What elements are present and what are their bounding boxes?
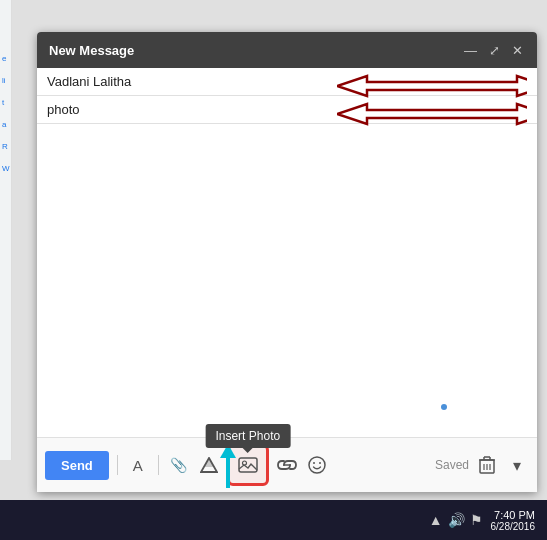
photo-icon: [238, 456, 258, 474]
toolbar-separator-2: [158, 455, 159, 475]
left-sidebar-strip: elitaRW: [0, 0, 12, 460]
minimize-button[interactable]: —: [462, 43, 479, 58]
compose-footer: Send A 📎: [37, 437, 537, 492]
taskbar: ▲ 🔊 ⚑ 7:40 PM 6/28/2016: [0, 500, 547, 540]
svg-point-7: [309, 457, 325, 473]
svg-rect-4: [239, 458, 257, 472]
close-button[interactable]: ✕: [510, 43, 525, 58]
send-button[interactable]: Send: [45, 451, 109, 480]
taskbar-time-value: 7:40 PM: [491, 509, 536, 521]
svg-point-8: [313, 462, 315, 464]
compose-title: New Message: [49, 43, 134, 58]
drive-icon: [200, 457, 218, 473]
cyan-arrow-line: [226, 458, 230, 488]
attach-button[interactable]: 📎: [167, 453, 191, 477]
taskbar-date-value: 6/28/2016: [491, 521, 536, 532]
cyan-arrow-annotation: [220, 444, 236, 488]
compose-header: New Message — ⤢ ✕: [37, 32, 537, 68]
emoji-button[interactable]: [305, 453, 329, 477]
trash-button[interactable]: [475, 453, 499, 477]
taskbar-clock: 7:40 PM 6/28/2016: [491, 509, 536, 532]
taskbar-system-icons: ▲ 🔊 ⚑: [429, 512, 483, 528]
formatting-button[interactable]: A: [126, 453, 150, 477]
toolbar-separator-1: [117, 455, 118, 475]
insert-photo-button[interactable]: [234, 451, 262, 479]
svg-point-9: [319, 462, 321, 464]
compose-window: New Message — ⤢ ✕ Vadlani Lalitha photo …: [37, 32, 537, 492]
link-button[interactable]: [275, 453, 299, 477]
taskbar-volume-icon: 🔊: [448, 512, 465, 528]
header-controls: — ⤢ ✕: [462, 43, 525, 58]
taskbar-right: ▲ 🔊 ⚑ 7:40 PM 6/28/2016: [429, 509, 543, 532]
svg-marker-1: [337, 104, 527, 124]
saved-label: Saved: [435, 458, 469, 472]
more-options-button[interactable]: ▾: [505, 453, 529, 477]
to-field-row: Vadlani Lalitha: [37, 68, 537, 96]
sidebar-letters: elitaRW: [0, 48, 12, 180]
cursor-dot: [441, 404, 447, 410]
svg-point-5: [242, 461, 246, 465]
compose-body[interactable]: [37, 124, 537, 437]
link-icon: [277, 458, 297, 472]
expand-button[interactable]: ⤢: [487, 43, 502, 58]
trash-icon: [479, 456, 495, 474]
subject-field-row: photo: [37, 96, 537, 124]
drive-button[interactable]: [197, 453, 221, 477]
cyan-arrow-head: [220, 444, 236, 458]
taskbar-flag-icon: ⚑: [470, 512, 483, 528]
emoji-icon: [308, 456, 326, 474]
taskbar-network-icon: ▲: [429, 512, 443, 528]
svg-marker-0: [337, 76, 527, 96]
